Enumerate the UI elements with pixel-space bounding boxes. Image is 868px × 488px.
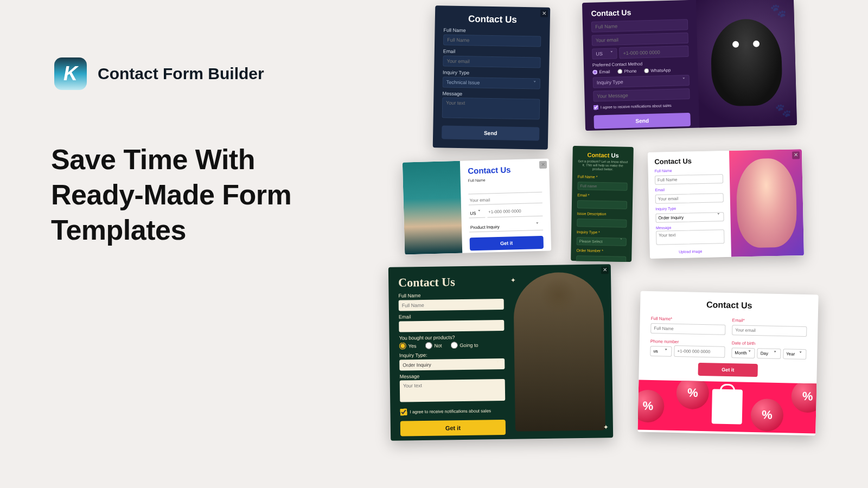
template-image-interior: [513, 272, 605, 431]
send-button[interactable]: Send: [593, 113, 691, 129]
label-message: Message: [656, 224, 724, 230]
label-message: Message: [442, 91, 540, 98]
form-subtitle: Got a problem? Let us know about it. Thi…: [578, 159, 628, 172]
form-title: Contact Us: [578, 151, 628, 159]
form-title: Contact Us: [398, 274, 503, 290]
close-icon[interactable]: ✕: [792, 151, 800, 159]
radio-yes[interactable]: Yes: [399, 342, 417, 349]
label-email: Email*: [732, 318, 807, 324]
country-select[interactable]: [650, 346, 672, 357]
radio-email[interactable]: Email: [592, 69, 610, 75]
order-input[interactable]: [576, 255, 626, 262]
close-icon[interactable]: ✕: [539, 161, 547, 169]
full-name-input[interactable]: [655, 174, 723, 185]
phone-input[interactable]: [674, 345, 725, 358]
template-card-dark-navy: ✕ Contact Us Full Name Email Inquiry Typ…: [433, 5, 551, 150]
form-title: Contact Us: [651, 299, 807, 312]
label-message: Message: [400, 373, 505, 380]
get-it-button[interactable]: Get it: [698, 363, 758, 377]
inquiry-select[interactable]: [399, 358, 505, 371]
upload-link[interactable]: Upload image: [656, 249, 725, 254]
product-select[interactable]: [469, 222, 543, 233]
get-it-button[interactable]: Get it: [469, 236, 544, 251]
label-email: Email *: [577, 193, 627, 198]
template-image-pug: 🐾 🐾: [696, 0, 797, 128]
percent-balloon-icon: %: [791, 380, 816, 413]
percent-balloon-icon: %: [676, 380, 709, 410]
shopping-bag-icon: [712, 389, 743, 424]
label-full-name: Full Name: [468, 177, 542, 183]
message-input[interactable]: [442, 97, 540, 119]
send-button[interactable]: Send: [442, 125, 539, 140]
template-card-sale: Contact Us Full Name* Email* Phone numbe…: [637, 291, 818, 436]
radio-not[interactable]: Not: [425, 342, 442, 349]
phone-input[interactable]: [487, 206, 543, 218]
email-input[interactable]: [443, 55, 540, 68]
page-headline: Save Time With Ready-Made Form Templates: [51, 142, 291, 248]
template-card-green-support: Contact Us Got a problem? Let us know ab…: [571, 146, 634, 262]
label-inquiry: Inquiry Type: [655, 206, 724, 211]
label-email: Email: [399, 313, 504, 320]
label-name: Full Name: [655, 168, 723, 173]
template-image-beach: [403, 161, 462, 255]
agree-checkbox[interactable]: I agree to receive notifications about s…: [593, 102, 690, 110]
dob-day-select[interactable]: [757, 348, 781, 359]
template-card-purple-pet: ✕ Contact Us Preferred Contact Method Em…: [582, 0, 797, 131]
full-name-input[interactable]: [468, 184, 542, 195]
full-name-input[interactable]: [650, 323, 725, 335]
template-card-beach: ✕ Contact Us Full Name Get it: [403, 158, 551, 254]
percent-balloon-icon: %: [637, 389, 665, 422]
desc-input[interactable]: [577, 219, 627, 228]
label-name: Full Name *: [578, 175, 628, 179]
label-bought: You bought our products?: [399, 334, 505, 341]
template-image-model: [729, 149, 804, 257]
inquiry-select[interactable]: [577, 237, 627, 246]
label-inquiry: Inquiry Type: [443, 69, 540, 76]
phone-input[interactable]: [619, 46, 689, 59]
radio-phone[interactable]: Phone: [617, 69, 636, 74]
template-card-fashion: Contact Us Full Name Email Inquiry Type …: [648, 149, 804, 259]
label-order: Order Number *: [576, 248, 626, 253]
label-phone: Phone number: [650, 339, 725, 345]
form-title: Contact Us: [654, 156, 723, 166]
label-name: Full Name: [398, 292, 503, 299]
label-email: Email: [655, 187, 723, 192]
message-input[interactable]: [400, 379, 506, 402]
dob-month-select[interactable]: [731, 348, 755, 358]
inquiry-select[interactable]: [655, 212, 724, 223]
country-select[interactable]: [469, 209, 485, 219]
email-input[interactable]: [469, 195, 542, 206]
label-full-name: Full Name: [443, 27, 541, 34]
full-name-input[interactable]: [577, 182, 627, 191]
message-input[interactable]: [656, 229, 725, 245]
full-name-input[interactable]: [443, 34, 541, 47]
label-desc: Issue Description: [577, 211, 627, 216]
full-name-input[interactable]: [399, 299, 504, 311]
paw-icon: 🐾: [770, 3, 787, 18]
email-input[interactable]: [399, 320, 504, 332]
dob-year-select[interactable]: [783, 349, 807, 359]
message-input[interactable]: [593, 88, 690, 102]
close-icon[interactable]: ✕: [601, 266, 609, 274]
paw-icon: 🐾: [775, 102, 792, 118]
email-input[interactable]: [732, 325, 807, 337]
app-logo: K: [54, 57, 87, 90]
country-select[interactable]: [592, 48, 617, 59]
close-icon[interactable]: ✕: [540, 10, 548, 17]
sparkle-icon: ✦: [510, 277, 516, 284]
radio-going-to[interactable]: Going to: [450, 342, 478, 349]
radio-whatsapp[interactable]: WhatsApp: [644, 68, 671, 73]
label-contact-method: Preferred Contact Method: [592, 60, 689, 68]
email-input[interactable]: [577, 200, 627, 209]
form-title: Contact Us: [444, 13, 541, 25]
email-input[interactable]: [655, 193, 724, 204]
inquiry-select[interactable]: [443, 76, 540, 89]
label-inquiry: Inquiry Type *: [577, 230, 627, 235]
percent-balloon-icon: %: [750, 399, 783, 432]
agree-checkbox[interactable]: I agree to receive notifications about s…: [400, 407, 505, 416]
get-it-button[interactable]: Get it: [400, 420, 506, 436]
form-title: Contact Us: [468, 164, 541, 176]
template-card-interior: ✕ Contact Us Full Name Email You bought …: [388, 264, 613, 441]
get-it-button[interactable]: Get it: [656, 258, 725, 259]
label-dob: Date of birth: [732, 341, 807, 347]
